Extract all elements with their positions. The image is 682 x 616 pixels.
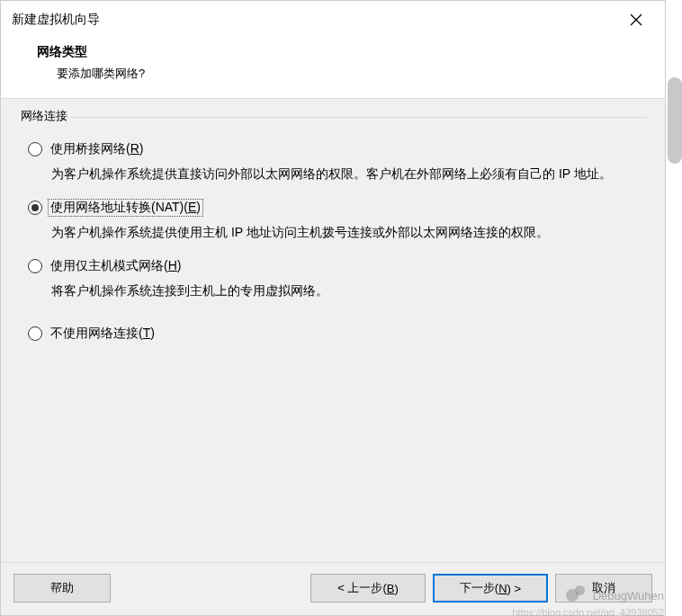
radio-icon <box>28 142 42 156</box>
group-label: 网络连接 <box>17 108 71 124</box>
close-icon <box>630 13 642 26</box>
option-nat-desc: 为客户机操作系统提供使用主机 IP 地址访问主机拨号连接或外部以太网网络连接的权… <box>51 222 627 243</box>
page-subtitle: 要添加哪类网络? <box>57 66 651 82</box>
close-button[interactable] <box>618 6 654 33</box>
option-bridged[interactable]: 使用桥接网络(R) 为客户机操作系统提供直接访问外部以太网网络的权限。客户机在外… <box>28 140 643 184</box>
radio-icon <box>28 326 42 341</box>
option-bridged-label: 使用桥接网络(R) <box>48 140 146 158</box>
wizard-dialog: 新建虚拟机向导 网络类型 要添加哪类网络? 网络连接 使用桥接网络(R) 为客户… <box>0 0 666 616</box>
option-hostonly-label: 使用仅主机模式网络(H) <box>48 257 184 275</box>
network-connection-group: 网络连接 使用桥接网络(R) 为客户机操作系统提供直接访问外部以太网网络的权限。… <box>13 110 652 352</box>
option-hostonly-desc: 将客户机操作系统连接到主机上的专用虚拟网络。 <box>51 281 627 301</box>
wizard-footer: 帮助 < 上一步(B) 下一步(N) > 取消 <box>1 562 665 615</box>
help-button[interactable]: 帮助 <box>13 574 111 603</box>
option-bridged-desc: 为客户机操作系统提供直接访问外部以太网网络的权限。客户机在外部网络上必须有自己的… <box>51 164 627 184</box>
scrollbar-thumb[interactable] <box>668 77 682 164</box>
page-title: 网络类型 <box>37 44 651 60</box>
option-hostonly[interactable]: 使用仅主机模式网络(H) 将客户机操作系统连接到主机上的专用虚拟网络。 <box>28 257 643 301</box>
back-button[interactable]: < 上一步(B) <box>310 574 426 603</box>
titlebar: 新建虚拟机向导 <box>1 1 665 35</box>
option-nat-label: 使用网络地址转换(NAT)(E) <box>48 199 203 217</box>
cancel-button[interactable]: 取消 <box>555 574 652 603</box>
radio-icon <box>28 201 42 215</box>
option-none-label: 不使用网络连接(T) <box>48 325 157 343</box>
wizard-content: 网络连接 使用桥接网络(R) 为客户机操作系统提供直接访问外部以太网网络的权限。… <box>1 99 665 562</box>
wizard-header: 网络类型 要添加哪类网络? <box>1 35 665 99</box>
window-title: 新建虚拟机向导 <box>12 12 100 28</box>
radio-icon <box>28 259 42 273</box>
group-separator <box>71 117 647 118</box>
option-nat[interactable]: 使用网络地址转换(NAT)(E) 为客户机操作系统提供使用主机 IP 地址访问主… <box>28 199 643 243</box>
option-none[interactable]: 不使用网络连接(T) <box>28 325 643 343</box>
next-button[interactable]: 下一步(N) > <box>433 574 548 603</box>
